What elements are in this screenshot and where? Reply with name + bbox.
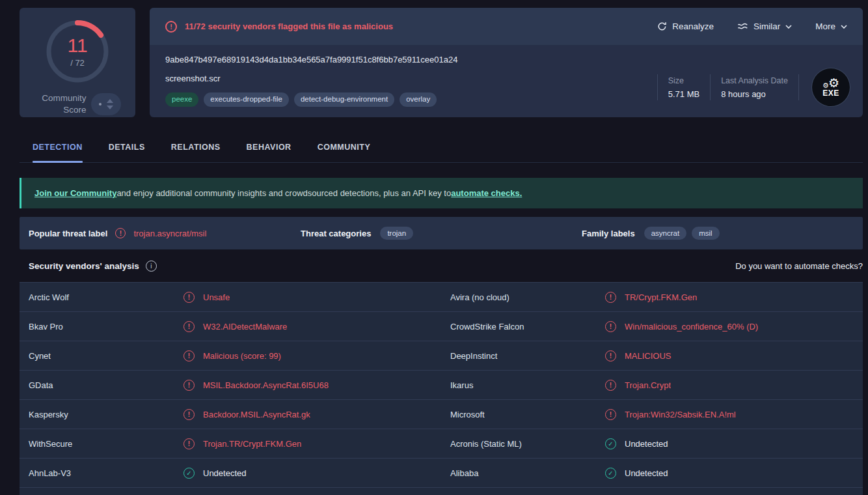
tag-overlay[interactable]: overlay — [400, 92, 437, 107]
vendor-result: !TR/Crypt.FKM.Gen — [605, 292, 697, 303]
vote-down-icon[interactable] — [107, 106, 113, 109]
result-text: Trojan:Win32/Sabsik.EN.A!ml — [625, 410, 736, 419]
family-pill-asyncrat[interactable]: asyncrat — [644, 227, 686, 240]
alert-icon: ! — [183, 380, 195, 391]
table-row: AhnLab-V3✓UndetectedAlibaba✓Undetected — [20, 459, 863, 488]
detection-score-gauge: 11 / 72 — [45, 19, 110, 84]
vendor-cell: Ikarus!Trojan.Crypt — [441, 371, 863, 399]
check-icon: ✓ — [605, 438, 616, 449]
alert-icon: ! — [183, 409, 195, 420]
alert-icon: ! — [183, 438, 195, 449]
join-community-link[interactable]: Join our Community — [34, 188, 116, 198]
result-text: MALICIOUS — [625, 351, 671, 361]
vendor-cell: Avira (no cloud)!TR/Crypt.FKM.Gen — [441, 283, 863, 311]
info-icon[interactable]: i — [146, 261, 157, 272]
threat-label-value[interactable]: trojan.asyncrat/msil — [133, 229, 206, 238]
vendor-name: AhnLab-V3 — [29, 468, 183, 478]
vote-arrows[interactable] — [107, 99, 113, 109]
analysis-title: Security vendors' analysis — [29, 261, 139, 271]
community-score-row: Community Score — [34, 92, 121, 115]
vendor-result: ✓Undetected — [605, 468, 668, 479]
table-row: Cynet!Malicious (score: 99)DeepInstinct!… — [20, 341, 863, 371]
result-text: Trojan.TR/Crypt.FKM.Gen — [203, 439, 301, 449]
tab-relations[interactable]: RELATIONS — [171, 134, 221, 162]
reanalyze-button[interactable]: Reanalyze — [657, 21, 714, 31]
date-value: 8 hours ago — [721, 89, 788, 99]
vendor-name: Arctic Wolf — [29, 292, 183, 302]
gauge-text: 11 / 72 — [45, 19, 110, 84]
automate-checks-link[interactable]: automate checks. — [451, 188, 522, 198]
automate-checks-prompt[interactable]: Do you want to automate checks? — [735, 261, 863, 271]
similar-button[interactable]: Similar — [737, 21, 792, 31]
result-text: Win/malicious_confidence_60% (D) — [625, 322, 758, 332]
file-hash: 9abe847b497e68919143d4da1bb34e565a7fa999… — [165, 55, 657, 64]
family-pill-msil[interactable]: msil — [692, 227, 719, 240]
chevron-down-icon — [785, 25, 792, 29]
tab-community[interactable]: COMMUNITY — [318, 134, 371, 162]
file-size-block: Size 5.71 MB — [658, 76, 710, 99]
table-row: Bkav Pro!W32.AIDetectMalwareCrowdStrike … — [20, 312, 863, 341]
threat-label-title: Popular threat label — [29, 229, 107, 238]
join-community-banner: Join our Community and enjoy additional … — [20, 178, 863, 208]
family-labels-pills: asyncratmsil — [644, 227, 863, 240]
alert-icon: ! — [605, 321, 616, 332]
category-pill-trojan[interactable]: trojan — [380, 227, 413, 240]
vendor-name: WithSecure — [29, 439, 183, 449]
vendor-cell: Bkav Pro!W32.AIDetectMalware — [20, 312, 441, 341]
vendor-result: !Malicious (score: 99) — [183, 350, 281, 361]
header-actions: Reanalyze Similar More — [657, 21, 847, 31]
vendor-name: Acronis (Static ML) — [450, 439, 605, 449]
analysis-title-group: Security vendors' analysis i — [29, 261, 157, 272]
gears-icon: ⚙⚙ — [822, 77, 839, 89]
virustotal-report-page: 11 / 72 Community Score ! 11 — [0, 0, 868, 495]
file-tags: peexeexecutes-dropped-filedetect-debug-e… — [165, 92, 657, 107]
similar-label: Similar — [753, 21, 780, 31]
alert-icon: ! — [605, 409, 616, 420]
size-value: 5.71 MB — [668, 89, 699, 99]
vote-up-icon[interactable] — [107, 99, 113, 103]
tag-peexe[interactable]: peexe — [165, 92, 198, 107]
vendors-analysis-header: Security vendors' analysis i Do you want… — [20, 249, 863, 282]
file-meta: Size 5.71 MB Last Analysis Date 8 hours … — [657, 57, 850, 117]
file-name: screenshot.scr — [165, 74, 657, 83]
threat-categories-title: Threat categories — [301, 229, 371, 238]
community-vote-widget[interactable] — [91, 93, 121, 115]
tab-bar: DETECTIONDETAILSRELATIONSBEHAVIORCOMMUNI… — [20, 134, 863, 163]
file-identity: 9abe847b497e68919143d4da1bb34e565a7fa999… — [165, 55, 657, 117]
table-row: Kaspersky!Backdoor.MSIL.AsyncRat.gkMicro… — [20, 400, 863, 429]
filetype-label: EXE — [822, 89, 839, 98]
vendor-result: !Unsafe — [183, 292, 230, 303]
alert-icon: ! — [605, 292, 616, 303]
alert-icon: ! — [183, 321, 195, 332]
family-labels-section: Family labels asyncratmsil — [582, 227, 863, 240]
more-label: More — [815, 21, 835, 31]
more-button[interactable]: More — [815, 21, 847, 31]
alert-icon: ! — [183, 292, 195, 303]
community-score-card: 11 / 72 Community Score — [20, 8, 135, 117]
alert-text: 11/72 security vendors flagged this file… — [185, 21, 393, 31]
analysis-date-block: Last Analysis Date 8 hours ago — [711, 76, 798, 99]
result-text: Backdoor.MSIL.AsyncRat.gk — [203, 410, 310, 419]
tag-detect-debug-environment[interactable]: detect-debug-environment — [294, 92, 394, 107]
vendor-cell: Alibaba✓Undetected — [441, 459, 863, 487]
detection-alert-strip: ! 11/72 security vendors flagged this fi… — [150, 8, 863, 45]
check-icon: ✓ — [183, 468, 195, 479]
vendor-name: GData — [29, 380, 183, 390]
threat-categories-pills: trojan — [380, 227, 582, 240]
vendor-name: Bkav Pro — [29, 322, 183, 332]
table-row: WithSecure!Trojan.TR/Crypt.FKM.GenAcroni… — [20, 429, 863, 459]
vendor-cell: Microsoft!Trojan:Win32/Sabsik.EN.A!ml — [441, 400, 863, 429]
vendor-result: ✓Undetected — [183, 468, 247, 479]
vendor-cell: Acronis (Static ML)✓Undetected — [441, 429, 863, 458]
tab-details[interactable]: DETAILS — [109, 134, 145, 162]
tag-executes-dropped-file[interactable]: executes-dropped-file — [204, 92, 289, 107]
alert-icon: ! — [165, 21, 177, 33]
vendor-cell: Cynet!Malicious (score: 99) — [20, 341, 441, 370]
alert-icon: ! — [605, 350, 616, 361]
tab-detection[interactable]: DETECTION — [33, 134, 83, 162]
tab-behavior[interactable]: BEHAVIOR — [247, 134, 292, 162]
vendor-name: Ikarus — [450, 380, 605, 390]
result-text: Trojan.Crypt — [625, 380, 671, 390]
vendor-result: !Trojan:Win32/Sabsik.EN.A!ml — [605, 409, 736, 420]
result-text: Undetected — [625, 439, 668, 449]
